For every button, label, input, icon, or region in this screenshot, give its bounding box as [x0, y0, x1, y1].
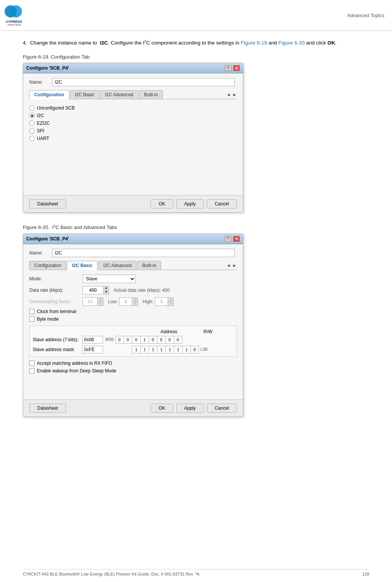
tab-next-arrow[interactable]: ► — [232, 92, 237, 97]
dialog2-footer: Datasheet OK Apply Cancel — [23, 399, 243, 417]
wakeup-row: Enable wakeup from Deep Sleep Mode — [29, 368, 237, 374]
radio-unconfigured-label: Unconfigured SCB — [37, 105, 75, 111]
dialog2-apply-button[interactable]: Apply — [176, 404, 204, 413]
dialog1-help-button[interactable]: ? — [225, 65, 232, 71]
dialog2-tab-i2cbasic[interactable]: I2C Basic — [67, 261, 97, 270]
address-header-label: Address — [135, 329, 202, 334]
dialog2-tab-prev-arrow[interactable]: ◄ — [226, 263, 231, 268]
wakeup-label: Enable wakeup from Deep Sleep Mode — [37, 368, 116, 374]
dialog2-body: Name: Configuration I2C Basic I2C Advanc… — [23, 244, 243, 399]
mask-bit-1: 1 — [140, 346, 149, 353]
dialog2-spacer — [29, 376, 237, 395]
slave-mask-row: Slave address mask: 1 1 1 1 1 1 1 0 LSB — [33, 346, 233, 353]
radio-spi[interactable]: SPI — [29, 128, 237, 134]
radio-i2c[interactable]: I2C — [29, 113, 237, 118]
actual-rate-label: Actual data rate (kbps): 400 — [114, 288, 170, 293]
low-label: Low: — [108, 299, 117, 304]
oversampling-spinner-btns: ▲ ▼ — [98, 297, 103, 306]
data-rate-up[interactable]: ▲ — [103, 286, 109, 290]
dialog2-cancel-button[interactable]: Cancel — [207, 404, 237, 413]
dialog1-apply-button[interactable]: Apply — [176, 199, 204, 208]
addr-bit-2: 0 — [132, 336, 140, 343]
oversampling-down[interactable]: ▼ — [98, 302, 103, 305]
byte-mode-checkbox[interactable] — [29, 316, 35, 322]
accept-rx-checkbox[interactable] — [29, 361, 35, 366]
figure1-label: Figure 6-19. Configuration Tab — [23, 54, 369, 60]
dialog1-tab-i2cbasic[interactable]: I2C Basic — [70, 90, 99, 99]
dialog2-tab-next-arrow[interactable]: ► — [232, 263, 237, 268]
slave-addr-label: Slave address (7-bits): — [33, 337, 82, 342]
data-rate-spinner-btns: ▲ ▼ — [103, 286, 109, 294]
addr-bits-group: 0 0 0 1 0 0 0 X — [115, 336, 182, 343]
data-rate-label: Data rate (kbps): — [29, 288, 83, 293]
wakeup-checkbox[interactable] — [29, 368, 35, 374]
oversampling-label: Oversampling factor: — [29, 299, 83, 304]
oversampling-up[interactable]: ▲ — [98, 298, 103, 302]
data-rate-input[interactable] — [83, 286, 103, 294]
slave-mask-input[interactable] — [82, 346, 103, 353]
mode-row: Mode: Slave — [29, 275, 237, 283]
svg-point-1 — [10, 5, 22, 17]
radio-ezi2c-label: EZI2C — [37, 121, 50, 126]
clock-terminal-checkbox[interactable] — [29, 309, 35, 314]
radio-uart-circle — [29, 136, 35, 141]
dialog1-radio-group: Unconfigured SCB I2C EZI2C SPI UART — [29, 104, 237, 145]
high-input[interactable] — [155, 297, 168, 306]
dialog-figure2: Configure 'SCB_P4' ? ✕ Name: Configurati… — [23, 234, 243, 417]
dialog2-tab-i2cadvanced[interactable]: I2C Advanced — [98, 261, 136, 270]
mode-label: Mode: — [29, 276, 83, 281]
dialog1-tab-builtin[interactable]: Built-in — [139, 90, 163, 99]
low-input[interactable] — [119, 297, 132, 306]
footer-left: CY8CKIT-042-BLE Bluetooth® Low Energy (B… — [23, 572, 200, 576]
lsb-label: LSB — [200, 347, 208, 351]
oversampling-input[interactable] — [83, 297, 98, 306]
dialog1-tab-configuration[interactable]: Configuration — [29, 90, 69, 99]
radio-ezi2c[interactable]: EZI2C — [29, 121, 237, 126]
addr-bit-5: 0 — [157, 336, 165, 343]
radio-uart[interactable]: UART — [29, 136, 237, 141]
low-spinner-btns: ▲ ▼ — [132, 297, 138, 306]
logo-area: CYPRESS PERFORM — [4, 4, 30, 27]
addr-bit-6: 0 — [165, 336, 174, 343]
dialog2-tabs: Configuration I2C Basic I2C Advanced Bui… — [29, 261, 237, 270]
dialog1-datasheet-button[interactable]: Datasheet — [29, 199, 66, 208]
high-spinner-btns: ▲ ▼ — [168, 297, 174, 306]
slave-addr-input[interactable] — [82, 336, 103, 343]
radio-ezi2c-circle — [29, 121, 35, 126]
high-up[interactable]: ▲ — [168, 298, 173, 302]
addr-bit-3: 1 — [140, 336, 149, 343]
fig2-link[interactable]: Figure 6-20 — [278, 40, 305, 46]
mode-select[interactable]: Slave — [83, 275, 136, 283]
data-rate-down[interactable]: ▼ — [103, 290, 109, 294]
dialog2-ok-button[interactable]: OK — [151, 404, 173, 413]
addr-bit-4: 0 — [149, 336, 157, 343]
low-down[interactable]: ▼ — [132, 302, 138, 305]
radio-unconfigured[interactable]: Unconfigured SCB — [29, 105, 237, 111]
dialog2-titlebar: Configure 'SCB_P4' ? ✕ — [23, 234, 243, 244]
dialog2-tab-configuration[interactable]: Configuration — [29, 261, 66, 270]
dialog1-tab-i2cadvanced[interactable]: I2C Advanced — [100, 90, 138, 99]
mask-bit-6: 1 — [182, 346, 190, 353]
dialog2-datasheet-button[interactable]: Datasheet — [29, 404, 66, 413]
clock-terminal-label: Clock from terminal — [37, 309, 76, 314]
dialog1-name-input[interactable] — [52, 78, 235, 86]
dialog2-close-button[interactable]: ✕ — [233, 236, 240, 242]
addr-bit-rw: X — [174, 336, 182, 343]
low-up[interactable]: ▲ — [132, 298, 138, 302]
mask-bit-5: 1 — [174, 346, 182, 353]
high-down[interactable]: ▼ — [168, 302, 173, 305]
fig1-link[interactable]: Figure 6-19 — [241, 40, 267, 46]
dialog1-close-button[interactable]: ✕ — [233, 65, 240, 71]
dialog1-cancel-button[interactable]: Cancel — [207, 199, 237, 208]
dialog2-help-button[interactable]: ? — [225, 236, 232, 242]
dialog2-tab-builtin[interactable]: Built-in — [137, 261, 161, 270]
accept-rx-row: Accept matching address in RX FIFO — [29, 361, 237, 366]
radio-spi-label: SPI — [37, 128, 44, 134]
dialog1-ok-button[interactable]: OK — [151, 199, 173, 208]
footer-right: 128 — [362, 572, 369, 576]
figure2-label: Figure 6-20. I2C Basic and Advanced Tabs — [23, 224, 369, 230]
dialog2-name-input[interactable] — [52, 249, 235, 257]
tab-prev-arrow[interactable]: ◄ — [226, 92, 231, 97]
dialog1-footer: Datasheet OK Apply Cancel — [23, 195, 243, 212]
mask-bit-2: 1 — [149, 346, 157, 353]
